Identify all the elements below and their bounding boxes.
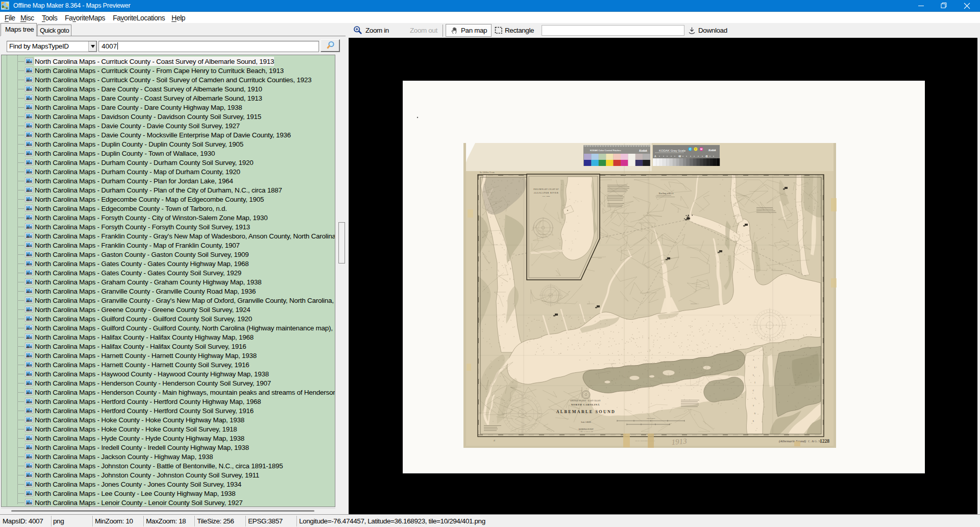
svg-text:Kodak: Kodak: [708, 149, 716, 152]
svg-text:PRELIMINARY CHART OF: PRELIMINARY CHART OF: [533, 188, 559, 190]
svg-text:UNITED STATES - EAST COAST: UNITED STATES - EAST COAST: [570, 400, 601, 402]
svg-text:AT MEAN LOW WATER: AT MEAN LOW WATER: [579, 431, 593, 433]
svg-text:M: M: [700, 148, 702, 151]
svg-text:43: 43: [494, 440, 496, 442]
svg-text:A: A: [654, 155, 656, 158]
svg-text:Mean Range of tide 6 ft: Mean Range of tide 6 ft: [659, 193, 674, 195]
svg-text:M: M: [679, 155, 681, 158]
svg-text:KODAK Color Control Patches: KODAK Color Control Patches: [590, 149, 621, 152]
svg-text:SOUNDINGS IN FEET: SOUNDINGS IN FEET: [578, 428, 593, 430]
svg-text:No. 1228 Price 75 cents: No. 1228 Price 75 cents: [480, 172, 495, 174]
svg-text:Nautical Miles: Nautical Miles: [647, 418, 655, 419]
svg-text:1913: 1913: [671, 437, 687, 446]
svg-text:ALBEMARLE SOUND: ALBEMARLE SOUND: [556, 410, 616, 414]
svg-text:L: L: [753, 374, 754, 376]
svg-text:Scale 1:40000: Scale 1:40000: [543, 196, 550, 197]
svg-text:Scale 1:80000: Scale 1:80000: [581, 421, 591, 423]
svg-text:NORTH CAROLINA: NORTH CAROLINA: [571, 403, 600, 406]
svg-text:1228: 1228: [820, 439, 829, 444]
svg-text:ALLIGATOR RIVER: ALLIGATOR RIVER: [533, 191, 558, 194]
svg-text:C: C: [689, 148, 691, 151]
svg-text:(Albemarle Sound): (Albemarle Sound): [779, 439, 806, 443]
svg-text:KODAK Gray Scale: KODAK Gray Scale: [659, 149, 686, 152]
svg-text:Kodak: Kodak: [639, 149, 647, 152]
svg-text:L: L: [754, 367, 755, 369]
svg-text:B: B: [706, 155, 708, 158]
